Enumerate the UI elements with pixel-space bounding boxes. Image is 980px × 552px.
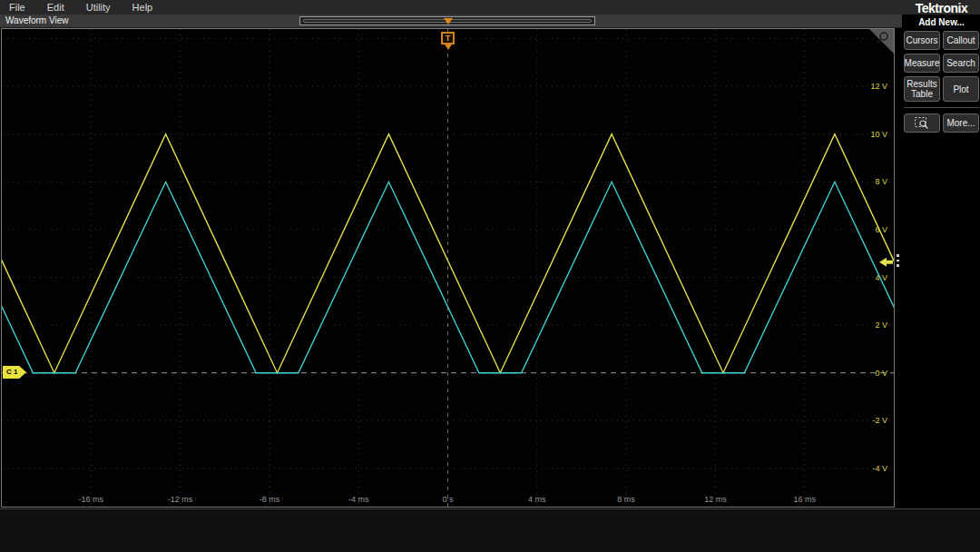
drag-handle-icon[interactable] bbox=[897, 254, 899, 270]
results-table-button[interactable]: Results Table bbox=[904, 76, 940, 102]
right-panel: Tektronix Add New... Cursors Callout Mea… bbox=[903, 0, 980, 508]
graticule[interactable]: -16 ms-12 ms-8 ms-4 ms0 s4 ms8 ms12 ms16… bbox=[1, 28, 895, 508]
plot-button[interactable]: Plot bbox=[943, 76, 979, 102]
measure-button[interactable]: Measure bbox=[904, 54, 940, 73]
trigger-badge-label: T bbox=[446, 34, 451, 43]
y-tick-label: -2 V bbox=[872, 416, 887, 425]
y-tick-label: 10 V bbox=[870, 130, 887, 139]
zoom-corner-handle bbox=[877, 39, 881, 43]
y-tick-label: 12 V bbox=[870, 82, 887, 91]
zoom-selection-button[interactable] bbox=[904, 113, 940, 133]
tektronix-logo: Tektronix bbox=[903, 1, 980, 15]
x-tick-label: -4 ms bbox=[348, 495, 369, 504]
y-tick-label: 0 V bbox=[875, 369, 887, 378]
trigger-position-pointer-icon bbox=[445, 44, 452, 50]
menu-bar: File Edit Utility Help bbox=[0, 0, 980, 15]
bottom-bar: Ch 1 2 V/div 10 MHz Ch 2 2 V/div bbox=[0, 508, 980, 552]
x-tick-label: 16 ms bbox=[793, 495, 816, 504]
y-tick-label: 8 V bbox=[875, 177, 887, 186]
y-tick-label: 2 V bbox=[875, 320, 887, 330]
x-tick-label: -12 ms bbox=[168, 495, 193, 504]
menu-file[interactable]: File bbox=[9, 2, 25, 13]
menu-edit[interactable]: Edit bbox=[47, 2, 64, 13]
x-tick-label: 12 ms bbox=[704, 495, 727, 504]
cursors-button[interactable]: Cursors bbox=[904, 31, 940, 50]
zoom-selection-icon bbox=[914, 116, 930, 130]
x-tick-label: -8 ms bbox=[260, 495, 280, 504]
callout-button[interactable]: Callout bbox=[943, 31, 979, 50]
trigger-position-badge[interactable]: T bbox=[441, 32, 455, 44]
add-new-label: Add New... bbox=[903, 17, 980, 27]
menu-utility[interactable]: Utility bbox=[86, 2, 111, 13]
horizontal-position-marker-icon[interactable] bbox=[444, 18, 453, 25]
x-tick-label: -16 ms bbox=[79, 495, 104, 504]
horizontal-pan-bar[interactable] bbox=[299, 16, 595, 25]
graticule-svg[interactable]: -16 ms-12 ms-8 ms-4 ms0 s4 ms8 ms12 ms16… bbox=[2, 29, 894, 507]
x-tick-label: 4 ms bbox=[528, 495, 546, 504]
x-tick-label: 0 s bbox=[442, 495, 454, 504]
panel-divider bbox=[904, 107, 979, 108]
y-tick-label: -4 V bbox=[872, 464, 887, 473]
trigger-level-arrow-icon[interactable] bbox=[879, 258, 893, 267]
waveform-view-title: Waveform View bbox=[5, 15, 68, 25]
more-button[interactable]: More... bbox=[943, 113, 979, 133]
search-button[interactable]: Search bbox=[943, 54, 979, 73]
menu-help[interactable]: Help bbox=[132, 2, 153, 13]
waveform-view-titlebar: Waveform View bbox=[0, 15, 902, 28]
x-tick-label: 8 ms bbox=[617, 495, 635, 504]
